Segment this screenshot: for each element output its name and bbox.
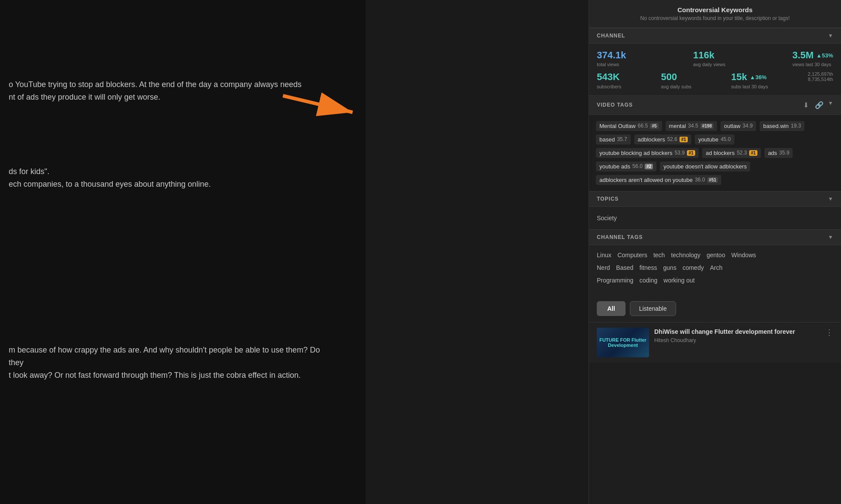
tag-name: ad blockers bbox=[706, 150, 734, 156]
stat-subs-30d-value: 15k bbox=[731, 71, 747, 83]
stat-rank: 2,125,697th 8,735,514th bbox=[808, 71, 833, 89]
stat-subs-30d: 15k ▲36% subs last 30 days bbox=[731, 71, 768, 89]
video-card: FUTURE FOR Flutter Development DhiWise w… bbox=[589, 323, 841, 363]
stat-total-views-value: 374.1k bbox=[597, 50, 626, 61]
stats-row-1: 374.1k total views 116k avg daily views … bbox=[597, 50, 833, 67]
all-button[interactable]: All bbox=[597, 301, 626, 316]
stat-subscribers-label: subscribers bbox=[597, 84, 621, 89]
tag-rank-badge: #1 bbox=[749, 150, 757, 156]
video-tags-icons: ⬇ 🔗 ▼ bbox=[801, 100, 833, 110]
channel-tag-item: Based bbox=[616, 264, 633, 271]
video-info: DhiWise will change Flutter development … bbox=[654, 328, 820, 343]
stat-views-30d: 3.5M ▲53% views last 30 days bbox=[792, 50, 833, 67]
tag-item[interactable]: youtube45.0 bbox=[695, 134, 734, 144]
tag-score: 35.7 bbox=[617, 136, 627, 142]
tag-rank-badge: #51 bbox=[707, 177, 718, 183]
channel-tag-item: gentoo bbox=[706, 252, 725, 259]
video-thumb-text: FUTURE FOR Flutter Development bbox=[599, 337, 647, 348]
channel-tag-item: Windows bbox=[731, 252, 756, 259]
tag-rank-badge: #198 bbox=[700, 123, 713, 129]
channel-tag-item: Linux bbox=[597, 252, 611, 259]
channel-tag-item: comedy bbox=[683, 264, 704, 271]
left-text-block-3: m because of how crappy the ads are. And… bbox=[0, 344, 340, 381]
channel-header-label: CHANNEL bbox=[597, 33, 625, 39]
tag-item[interactable]: ads35.9 bbox=[764, 148, 793, 158]
left-content: o YouTube trying to stop ad blockers. At… bbox=[0, 0, 366, 504]
tag-name: based bbox=[599, 136, 615, 143]
channel-tag-item: working out bbox=[663, 277, 695, 284]
tag-item[interactable]: based35.7 bbox=[596, 134, 631, 144]
stat-views-30d-badge-row: 3.5M ▲53% bbox=[792, 50, 833, 61]
channel-section-header[interactable]: CHANNEL ▼ bbox=[589, 28, 841, 44]
stat-avg-daily-subs: 500 avg daily subs bbox=[661, 71, 692, 89]
tag-item[interactable]: adblockers52.6#1 bbox=[634, 134, 691, 144]
stat-rank2-value: 8,735,514th bbox=[808, 77, 833, 82]
tag-item[interactable]: ad blockers52.3#1 bbox=[702, 148, 761, 158]
tag-item[interactable]: adblockers aren't allowed on youtube36.0… bbox=[596, 175, 721, 185]
stat-avg-daily-subs-label: avg daily subs bbox=[661, 84, 692, 89]
tag-name: youtube doesn't allow adblockers bbox=[663, 163, 747, 170]
tag-name: adblockers aren't allowed on youtube bbox=[599, 177, 693, 183]
tag-name: Mental Outlaw bbox=[599, 123, 636, 129]
bottom-buttons: All Listenable bbox=[589, 295, 841, 323]
tag-item[interactable]: mental34.5#198 bbox=[666, 121, 717, 131]
tag-item[interactable]: based.win19.3 bbox=[760, 121, 804, 131]
left-text-line5: m because of how crappy the ads are. And… bbox=[9, 344, 331, 369]
channel-tag-item: Arch bbox=[710, 264, 723, 271]
topics-header-label: TOPICS bbox=[597, 196, 619, 202]
video-tags-section-header[interactable]: VIDEO TAGS ⬇ 🔗 ▼ bbox=[589, 96, 841, 115]
channel-tags-section-header[interactable]: CHANNEL TAGS ▼ bbox=[589, 229, 841, 245]
video-menu-button[interactable]: ⋮ bbox=[825, 328, 833, 337]
stat-views-30d-label: views last 30 days bbox=[792, 62, 833, 67]
controversial-title: Controversial Keywords bbox=[597, 6, 833, 13]
video-tags-header-label: VIDEO TAGS bbox=[597, 102, 633, 108]
topics-chevron-icon: ▼ bbox=[828, 196, 833, 202]
tag-item[interactable]: youtube doesn't allow adblockers bbox=[660, 161, 750, 171]
topics-content: Society bbox=[589, 207, 841, 229]
tag-item[interactable]: youtube blocking ad blockers53.9#1 bbox=[596, 148, 699, 158]
tag-name: ads bbox=[768, 150, 777, 156]
channel-stats: 374.1k total views 116k avg daily views … bbox=[589, 44, 841, 96]
tag-score: 35.9 bbox=[779, 150, 789, 156]
video-tags-header-left: VIDEO TAGS bbox=[597, 102, 633, 108]
left-text-line1: o YouTube trying to stop ad blockers. At… bbox=[9, 78, 331, 91]
stat-total-views: 374.1k total views bbox=[597, 50, 626, 67]
download-icon[interactable]: ⬇ bbox=[801, 100, 811, 110]
tag-rank-badge: #1 bbox=[687, 150, 695, 156]
channel-tags-row: LinuxComputerstechtechnologygentooWindow… bbox=[597, 251, 833, 262]
channel-tags-header-label: CHANNEL TAGS bbox=[597, 234, 643, 240]
stat-views-30d-badge: ▲53% bbox=[816, 52, 833, 59]
channel-tags-row: Programmingcodingworking out bbox=[597, 276, 833, 287]
controversial-subtitle: No controversial keywords found in your … bbox=[597, 15, 833, 21]
right-panel: Controversial Keywords No controversial … bbox=[589, 0, 841, 504]
tag-rank-badge: #1 bbox=[680, 137, 688, 142]
tag-score: 53.9 bbox=[675, 150, 685, 156]
tag-rank-badge: #2 bbox=[645, 164, 653, 169]
listenable-button[interactable]: Listenable bbox=[630, 301, 676, 316]
tag-item[interactable]: Mental Outlaw66.5#5 bbox=[596, 121, 662, 131]
tag-name: youtube bbox=[698, 136, 718, 143]
channel-tags-chevron-icon: ▼ bbox=[828, 234, 833, 240]
orange-arrow-icon bbox=[279, 91, 366, 118]
topic-tag: Society bbox=[597, 213, 617, 223]
channel-tag-item: tech bbox=[653, 252, 665, 259]
channel-chevron-icon: ▼ bbox=[828, 33, 833, 39]
tag-name: youtube blocking ad blockers bbox=[599, 150, 673, 156]
channel-tags-content: LinuxComputerstechtechnologygentooWindow… bbox=[589, 245, 841, 295]
tag-rank-badge: #5 bbox=[650, 123, 658, 129]
tag-score: 19.3 bbox=[791, 123, 801, 129]
tag-score: 34.9 bbox=[743, 123, 753, 129]
stat-subs-30d-badge-row: 15k ▲36% bbox=[731, 71, 768, 83]
video-channel: Hitesh Choudhary bbox=[654, 337, 820, 343]
tag-score: 34.5 bbox=[688, 123, 698, 129]
video-tags-chevron-icon: ▼ bbox=[828, 100, 833, 110]
tag-score: 52.6 bbox=[667, 136, 677, 142]
tag-item[interactable]: outlaw34.9 bbox=[720, 121, 756, 131]
stat-avg-daily-subs-value: 500 bbox=[661, 71, 692, 83]
link-icon[interactable]: 🔗 bbox=[813, 100, 825, 110]
video-thumbnail: FUTURE FOR Flutter Development bbox=[597, 328, 649, 357]
tag-item[interactable]: youtube ads56.0#2 bbox=[596, 161, 656, 171]
topics-section-header[interactable]: TOPICS ▼ bbox=[589, 191, 841, 207]
video-title: DhiWise will change Flutter development … bbox=[654, 328, 820, 336]
tags-container: Mental Outlaw66.5#5mental34.5#198outlaw3… bbox=[589, 115, 841, 191]
